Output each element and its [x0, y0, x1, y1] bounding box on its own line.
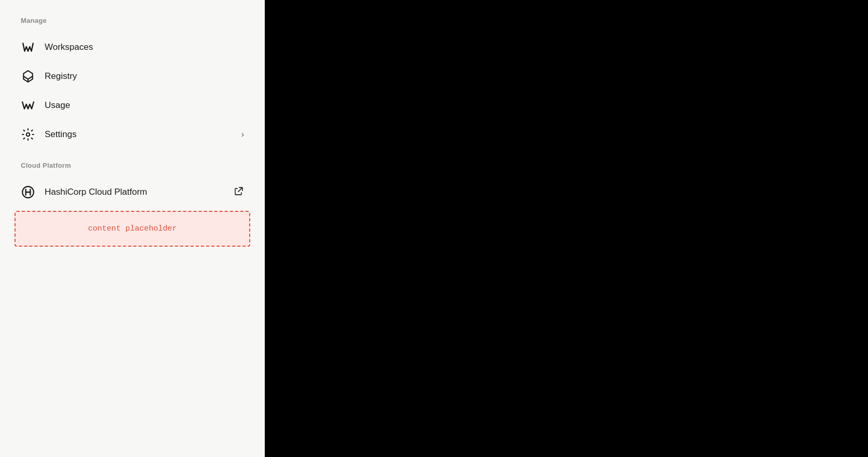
sidebar-item-workspaces[interactable]: Workspaces [0, 33, 265, 62]
workspaces-icon [21, 40, 35, 55]
main-content [265, 0, 868, 457]
sidebar-item-hcp[interactable]: HashiCorp Cloud Platform [0, 178, 265, 207]
chevron-right-icon: › [241, 130, 244, 139]
hcp-icon [21, 185, 35, 199]
sidebar-item-settings-label: Settings [45, 129, 232, 140]
content-placeholder: content placeholder [15, 211, 250, 247]
content-placeholder-text: content placeholder [88, 224, 177, 233]
external-link-icon [234, 186, 244, 199]
sidebar-item-usage[interactable]: Usage [0, 91, 265, 120]
settings-icon [21, 127, 35, 142]
section-label-cloud-platform: Cloud Platform [0, 162, 265, 178]
sidebar-item-usage-label: Usage [45, 100, 244, 111]
svg-point-1 [26, 133, 30, 137]
sidebar-item-hcp-label: HashiCorp Cloud Platform [45, 187, 224, 197]
section-label-manage: Manage [0, 17, 265, 33]
sidebar-item-registry[interactable]: Registry [0, 62, 265, 91]
sidebar: Manage Workspaces Registry [0, 0, 265, 457]
sidebar-item-workspaces-label: Workspaces [45, 42, 244, 52]
sidebar-item-settings[interactable]: Settings › [0, 120, 265, 149]
usage-icon [21, 98, 35, 113]
sidebar-item-registry-label: Registry [45, 71, 244, 82]
registry-icon [21, 69, 35, 84]
